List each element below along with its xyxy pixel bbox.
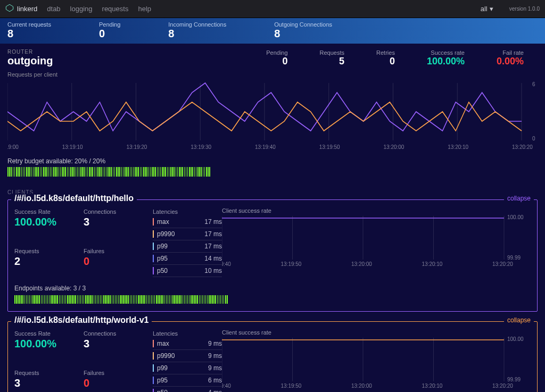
summary-current-requests: Current requests 8 xyxy=(7,21,51,40)
nav-dtab[interactable]: dtab xyxy=(47,5,60,13)
svg-text:13:19:40: 13:19:40 xyxy=(222,383,231,389)
retry-budget-bar xyxy=(7,167,210,177)
svg-text:99.99: 99.99 xyxy=(507,377,521,382)
client-stat-failures: Failures0 xyxy=(84,248,153,278)
brand-name: linkerd xyxy=(17,5,37,13)
svg-text:13:20:20: 13:20:20 xyxy=(492,383,513,389)
latency-row: p504 ms xyxy=(153,387,222,392)
svg-text:0: 0 xyxy=(532,136,535,141)
svg-text:13:20:00: 13:20:00 xyxy=(384,144,404,150)
client-stat-failures: Failures0 xyxy=(84,370,153,393)
latency-row: p956 ms xyxy=(153,374,222,387)
router-stat-retries: Retries 0 xyxy=(376,49,395,67)
router-header: ROUTER outgoing Pending 0 Requests 5 Ret… xyxy=(0,44,545,69)
summary-band: Current requests 8 Pending 0 Incoming Co… xyxy=(0,18,545,44)
brand-logo[interactable]: linkerd xyxy=(5,4,37,14)
summary-pending: Pending 0 xyxy=(99,21,120,40)
latency-row: p9514 ms xyxy=(153,253,222,265)
svg-text:13:20:20: 13:20:20 xyxy=(512,144,533,150)
retry-budget-label: Retry budget available: 20% / 20% xyxy=(0,150,545,167)
svg-text:99.99: 99.99 xyxy=(507,255,521,261)
client-stat-connections: Connections3 xyxy=(84,208,153,238)
client-stat-requests: Requests2 xyxy=(14,248,84,278)
latencies-table: Latenciesmax9 msp99909 msp999 msp956 msp… xyxy=(153,330,222,392)
latencies-table: Latenciesmax17 msp999017 msp9917 msp9514… xyxy=(153,208,222,277)
svg-text:13:20:00: 13:20:00 xyxy=(351,383,372,389)
latency-row: p999017 ms xyxy=(153,228,222,240)
latency-row: p5010 ms xyxy=(153,265,222,277)
router-stat-pending: Pending 0 xyxy=(266,49,287,67)
latency-row: max9 ms xyxy=(153,338,222,350)
svg-text:6: 6 xyxy=(532,81,535,87)
router-name: outgoing xyxy=(7,55,53,67)
svg-text:13:19:20: 13:19:20 xyxy=(127,144,147,150)
svg-text:100.00: 100.00 xyxy=(507,336,524,342)
requests-chart-title: Requests per client xyxy=(0,69,545,78)
version-label: version 1.0.0 xyxy=(509,6,540,12)
client-success-chart: Client success rate13:19:4013:19:5013:20… xyxy=(222,208,531,267)
client-box-hello: /#/io.l5d.k8s/default/http/hellocollapse… xyxy=(7,199,538,312)
top-nav: linkerd dtab logging requests help all ▾… xyxy=(0,0,545,18)
nav-help[interactable]: help xyxy=(138,5,151,13)
endpoints-bar xyxy=(14,295,227,304)
svg-text:13:19:50: 13:19:50 xyxy=(281,383,302,389)
svg-marker-0 xyxy=(6,4,13,11)
svg-text:13:19:50: 13:19:50 xyxy=(319,144,340,150)
client-name: /#/io.l5d.k8s/default/http/world-v1 xyxy=(11,315,152,325)
client-stat-requests: Requests3 xyxy=(14,370,84,393)
svg-text:13:20:20: 13:20:20 xyxy=(492,261,513,267)
endpoints-label: Endpoints available: 3 / 3 xyxy=(14,285,531,292)
svg-text:13:20:10: 13:20:10 xyxy=(422,383,443,389)
client-stat-success-rate: Success Rate100.00% xyxy=(14,208,84,238)
summary-outgoing-connections: Outgoing Connections 8 xyxy=(274,21,332,40)
router-stat-fail-rate: Fail rate 0.00% xyxy=(497,49,524,67)
svg-text:13:20:10: 13:20:10 xyxy=(448,144,468,150)
svg-text:13:20:00: 13:20:00 xyxy=(351,261,372,267)
collapse-button[interactable]: collapse xyxy=(504,316,534,324)
router-tag: ROUTER xyxy=(7,49,53,55)
latency-row: p9917 ms xyxy=(153,240,222,253)
latency-row: p999 ms xyxy=(153,362,222,374)
client-stat-connections: Connections3 xyxy=(84,330,153,360)
svg-text:13:19:40: 13:19:40 xyxy=(222,261,231,267)
client-box-world: /#/io.l5d.k8s/default/http/world-v1colla… xyxy=(7,321,538,392)
collapse-button[interactable]: collapse xyxy=(504,195,534,202)
nav-logging[interactable]: logging xyxy=(70,5,93,13)
client-stat-success-rate: Success Rate100.00% xyxy=(14,330,84,360)
client-success-chart: Client success rate13:19:4013:19:5013:20… xyxy=(222,330,531,389)
nav-requests[interactable]: requests xyxy=(102,5,129,13)
router-stat-success-rate: Success rate 100.00% xyxy=(427,49,465,67)
requests-chart: 13:19:0013:19:1013:19:2013:19:3013:19:40… xyxy=(7,81,538,150)
client-name: /#/io.l5d.k8s/default/http/hello xyxy=(11,194,137,203)
summary-incoming-connections: Incoming Connections 8 xyxy=(168,21,226,40)
scope-dropdown[interactable]: all ▾ xyxy=(481,5,493,13)
router-stat-requests: Requests 5 xyxy=(320,49,344,67)
scope-dropdown-label: all xyxy=(481,5,488,13)
logo-icon xyxy=(5,4,14,14)
svg-text:13:19:10: 13:19:10 xyxy=(62,144,83,150)
svg-text:13:19:50: 13:19:50 xyxy=(281,261,302,267)
svg-text:13:19:30: 13:19:30 xyxy=(191,144,211,150)
chevron-down-icon: ▾ xyxy=(490,5,493,13)
svg-text:100.00: 100.00 xyxy=(507,214,524,220)
latency-row: p99909 ms xyxy=(153,350,222,362)
svg-text:13:19:00: 13:19:00 xyxy=(7,144,19,150)
svg-text:13:20:10: 13:20:10 xyxy=(422,261,443,267)
latency-row: max17 ms xyxy=(153,216,222,228)
svg-text:13:19:40: 13:19:40 xyxy=(255,144,276,150)
